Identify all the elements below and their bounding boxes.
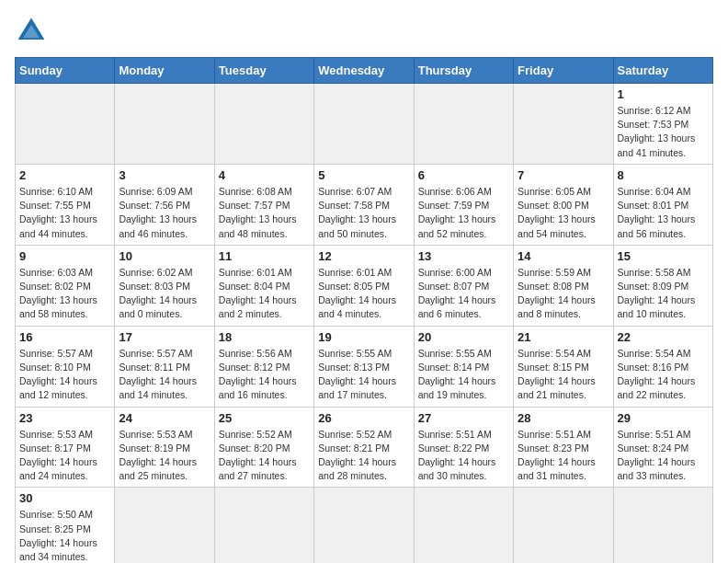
- day-number: 10: [119, 249, 210, 263]
- calendar-table: SundayMondayTuesdayWednesdayThursdayFrid…: [15, 57, 713, 563]
- day-info: Sunrise: 5:59 AMSunset: 8:08 PMDaylight:…: [518, 266, 609, 322]
- calendar-cell: 26Sunrise: 5:52 AMSunset: 8:21 PMDayligh…: [314, 407, 414, 488]
- day-info: Sunrise: 5:55 AMSunset: 8:14 PMDaylight:…: [418, 347, 509, 403]
- calendar-cell: 8Sunrise: 6:04 AMSunset: 8:01 PMDaylight…: [613, 164, 712, 245]
- day-number: 28: [518, 411, 609, 425]
- day-number: 6: [418, 168, 509, 182]
- day-info: Sunrise: 5:51 AMSunset: 8:22 PMDaylight:…: [418, 428, 509, 484]
- day-info: Sunrise: 5:51 AMSunset: 8:23 PMDaylight:…: [518, 428, 609, 484]
- day-info: Sunrise: 5:51 AMSunset: 8:24 PMDaylight:…: [618, 428, 709, 484]
- calendar-cell: 23Sunrise: 5:53 AMSunset: 8:17 PMDayligh…: [16, 407, 115, 488]
- day-header-wednesday: Wednesday: [314, 58, 414, 84]
- page-header: [15, 15, 713, 48]
- day-number: 3: [119, 168, 210, 182]
- calendar-cell: [314, 488, 414, 563]
- calendar-cell: 22Sunrise: 5:54 AMSunset: 8:16 PMDayligh…: [613, 326, 712, 407]
- calendar-cell: 21Sunrise: 5:54 AMSunset: 8:15 PMDayligh…: [514, 326, 613, 407]
- calendar-cell: 10Sunrise: 6:02 AMSunset: 8:03 PMDayligh…: [115, 245, 214, 326]
- day-info: Sunrise: 6:10 AMSunset: 7:55 PMDaylight:…: [19, 185, 110, 241]
- day-number: 20: [418, 330, 509, 344]
- day-info: Sunrise: 5:57 AMSunset: 8:10 PMDaylight:…: [19, 347, 110, 403]
- day-header-thursday: Thursday: [414, 58, 513, 84]
- day-number: 13: [418, 249, 509, 263]
- day-number: 26: [318, 411, 409, 425]
- day-number: 21: [518, 330, 609, 344]
- day-info: Sunrise: 5:54 AMSunset: 8:15 PMDaylight:…: [518, 347, 609, 403]
- day-header-sunday: Sunday: [16, 58, 115, 84]
- day-info: Sunrise: 6:08 AMSunset: 7:57 PMDaylight:…: [219, 185, 310, 241]
- day-info: Sunrise: 5:54 AMSunset: 8:16 PMDaylight:…: [618, 347, 709, 403]
- day-number: 2: [19, 168, 110, 182]
- day-number: 27: [418, 411, 509, 425]
- day-number: 9: [19, 249, 110, 263]
- day-info: Sunrise: 6:07 AMSunset: 7:58 PMDaylight:…: [318, 185, 409, 241]
- calendar-cell: [214, 84, 313, 165]
- day-info: Sunrise: 6:00 AMSunset: 8:07 PMDaylight:…: [418, 266, 509, 322]
- day-info: Sunrise: 5:55 AMSunset: 8:13 PMDaylight:…: [318, 347, 409, 403]
- day-number: 30: [19, 491, 110, 505]
- day-number: 23: [19, 411, 110, 425]
- calendar-cell: 11Sunrise: 6:01 AMSunset: 8:04 PMDayligh…: [214, 245, 313, 326]
- day-number: 7: [518, 168, 609, 182]
- calendar-cell: 13Sunrise: 6:00 AMSunset: 8:07 PMDayligh…: [414, 245, 513, 326]
- calendar-cell: [115, 488, 214, 563]
- day-number: 5: [318, 168, 409, 182]
- calendar-cell: 24Sunrise: 5:53 AMSunset: 8:19 PMDayligh…: [115, 407, 214, 488]
- day-number: 18: [219, 330, 310, 344]
- calendar-cell: 9Sunrise: 6:03 AMSunset: 8:02 PMDaylight…: [16, 245, 115, 326]
- calendar-cell: 2Sunrise: 6:10 AMSunset: 7:55 PMDaylight…: [16, 164, 115, 245]
- calendar-cell: 25Sunrise: 5:52 AMSunset: 8:20 PMDayligh…: [214, 407, 313, 488]
- calendar-cell: [214, 488, 313, 563]
- day-number: 12: [318, 249, 409, 263]
- calendar-cell: [314, 84, 414, 165]
- calendar-cell: 28Sunrise: 5:51 AMSunset: 8:23 PMDayligh…: [514, 407, 613, 488]
- calendar-cell: 5Sunrise: 6:07 AMSunset: 7:58 PMDaylight…: [314, 164, 414, 245]
- day-info: Sunrise: 5:53 AMSunset: 8:17 PMDaylight:…: [19, 428, 110, 484]
- calendar-cell: 18Sunrise: 5:56 AMSunset: 8:12 PMDayligh…: [214, 326, 313, 407]
- calendar-cell: [514, 488, 613, 563]
- calendar-cell: 12Sunrise: 6:01 AMSunset: 8:05 PMDayligh…: [314, 245, 414, 326]
- calendar-cell: [115, 84, 214, 165]
- calendar-header: SundayMondayTuesdayWednesdayThursdayFrid…: [16, 58, 713, 84]
- logo-icon: [15, 15, 48, 48]
- calendar-cell: 15Sunrise: 5:58 AMSunset: 8:09 PMDayligh…: [613, 245, 712, 326]
- calendar-cell: 20Sunrise: 5:55 AMSunset: 8:14 PMDayligh…: [414, 326, 513, 407]
- day-number: 14: [518, 249, 609, 263]
- calendar-cell: [514, 84, 613, 165]
- calendar-cell: 1Sunrise: 6:12 AMSunset: 7:53 PMDaylight…: [613, 84, 712, 165]
- day-header-tuesday: Tuesday: [214, 58, 313, 84]
- calendar-cell: 19Sunrise: 5:55 AMSunset: 8:13 PMDayligh…: [314, 326, 414, 407]
- calendar-cell: 6Sunrise: 6:06 AMSunset: 7:59 PMDaylight…: [414, 164, 513, 245]
- day-number: 17: [119, 330, 210, 344]
- day-info: Sunrise: 6:06 AMSunset: 7:59 PMDaylight:…: [418, 185, 509, 241]
- day-info: Sunrise: 5:52 AMSunset: 8:21 PMDaylight:…: [318, 428, 409, 484]
- day-number: 19: [318, 330, 409, 344]
- calendar-cell: 14Sunrise: 5:59 AMSunset: 8:08 PMDayligh…: [514, 245, 613, 326]
- day-number: 25: [219, 411, 310, 425]
- day-info: Sunrise: 6:03 AMSunset: 8:02 PMDaylight:…: [19, 266, 110, 322]
- day-info: Sunrise: 5:52 AMSunset: 8:20 PMDaylight:…: [219, 428, 310, 484]
- day-info: Sunrise: 5:57 AMSunset: 8:11 PMDaylight:…: [119, 347, 210, 403]
- calendar-cell: 4Sunrise: 6:08 AMSunset: 7:57 PMDaylight…: [214, 164, 313, 245]
- day-number: 24: [119, 411, 210, 425]
- calendar-cell: 17Sunrise: 5:57 AMSunset: 8:11 PMDayligh…: [115, 326, 214, 407]
- day-info: Sunrise: 6:12 AMSunset: 7:53 PMDaylight:…: [618, 104, 709, 160]
- day-info: Sunrise: 6:04 AMSunset: 8:01 PMDaylight:…: [618, 185, 709, 241]
- day-info: Sunrise: 5:58 AMSunset: 8:09 PMDaylight:…: [618, 266, 709, 322]
- day-info: Sunrise: 6:05 AMSunset: 8:00 PMDaylight:…: [518, 185, 609, 241]
- day-info: Sunrise: 6:01 AMSunset: 8:04 PMDaylight:…: [219, 266, 310, 322]
- calendar-cell: 29Sunrise: 5:51 AMSunset: 8:24 PMDayligh…: [613, 407, 712, 488]
- day-number: 4: [219, 168, 310, 182]
- day-number: 11: [219, 249, 310, 263]
- calendar-cell: 16Sunrise: 5:57 AMSunset: 8:10 PMDayligh…: [16, 326, 115, 407]
- day-number: 29: [618, 411, 709, 425]
- calendar-cell: [414, 84, 513, 165]
- calendar-cell: 27Sunrise: 5:51 AMSunset: 8:22 PMDayligh…: [414, 407, 513, 488]
- day-number: 8: [618, 168, 709, 182]
- calendar-cell: [414, 488, 513, 563]
- day-header-friday: Friday: [514, 58, 613, 84]
- day-info: Sunrise: 6:01 AMSunset: 8:05 PMDaylight:…: [318, 266, 409, 322]
- day-info: Sunrise: 6:09 AMSunset: 7:56 PMDaylight:…: [119, 185, 210, 241]
- day-info: Sunrise: 5:53 AMSunset: 8:19 PMDaylight:…: [119, 428, 210, 484]
- calendar-cell: 7Sunrise: 6:05 AMSunset: 8:00 PMDaylight…: [514, 164, 613, 245]
